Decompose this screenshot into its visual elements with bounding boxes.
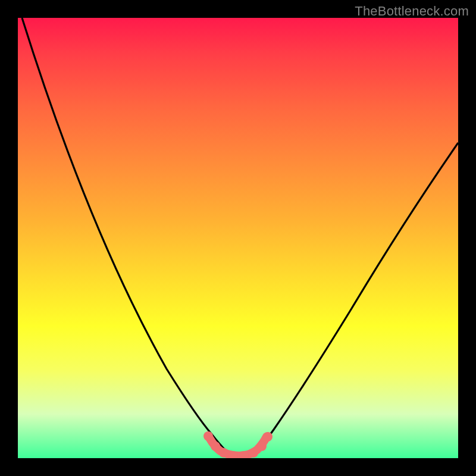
chart-svg: [18, 18, 458, 458]
svg-point-0: [203, 431, 213, 441]
chart-frame: TheBottleneck.com: [0, 0, 476, 476]
svg-point-6: [257, 441, 267, 451]
watermark-text: TheBottleneck.com: [355, 4, 469, 19]
plot-area: [18, 18, 458, 458]
bottleneck-curve-path: [22, 18, 458, 457]
svg-point-7: [263, 432, 273, 441]
svg-point-2: [219, 448, 228, 458]
svg-point-5: [249, 448, 258, 458]
svg-point-1: [211, 441, 220, 451]
